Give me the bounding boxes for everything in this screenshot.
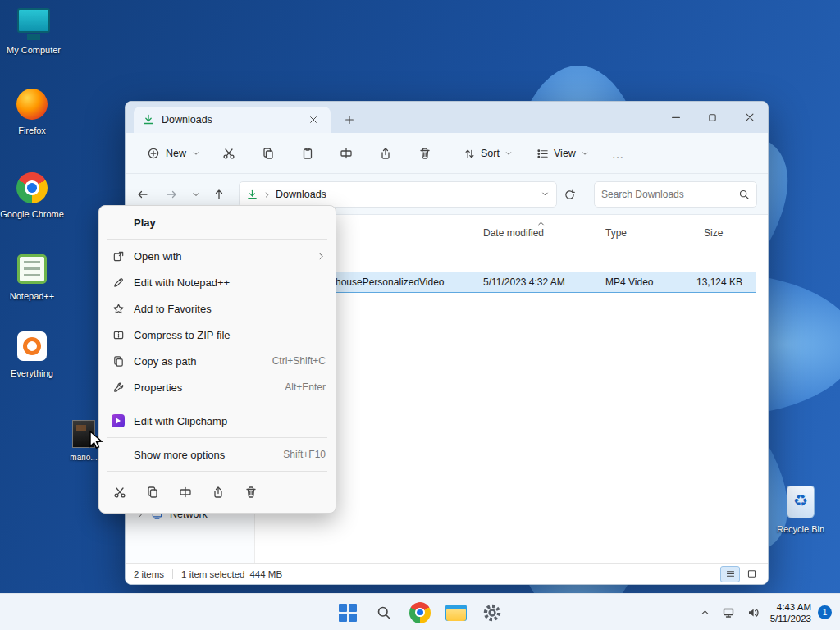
tray-overflow-button[interactable]	[696, 599, 714, 627]
menu-item-add-to-favorites[interactable]: Add to Favorites	[99, 295, 336, 322]
search-input[interactable]	[601, 189, 738, 200]
address-bar[interactable]: Downloads	[239, 181, 557, 208]
cut-button[interactable]	[107, 479, 133, 505]
view-button[interactable]: View	[530, 141, 596, 166]
start-button[interactable]	[331, 597, 364, 628]
sort-icon	[463, 148, 476, 160]
close-window-button[interactable]	[731, 102, 768, 133]
share-button[interactable]	[372, 141, 399, 166]
delete-button[interactable]	[238, 479, 264, 505]
taskbar-search-button[interactable]	[368, 597, 400, 628]
rename-button[interactable]	[172, 479, 199, 505]
chevron-down-icon	[504, 149, 513, 158]
details-view-toggle[interactable]	[720, 566, 740, 582]
delete-button[interactable]	[412, 141, 438, 166]
menu-item-show-more-options[interactable]: Show more options Shift+F10	[99, 441, 336, 468]
cut-button[interactable]	[216, 141, 242, 166]
new-tab-button[interactable]	[340, 111, 358, 129]
maximize-button[interactable]	[694, 102, 731, 133]
minimize-button[interactable]	[657, 102, 694, 133]
desktop-icon-label: My Computer	[2, 45, 66, 56]
share-button[interactable]	[205, 479, 231, 505]
selection-count: 1 item selected	[181, 569, 244, 579]
trash-icon	[244, 486, 258, 499]
refresh-button[interactable]	[558, 183, 581, 206]
desktop-icon-notepadpp[interactable]: Notepad++	[0, 253, 64, 302]
copy-icon	[262, 147, 275, 160]
new-button[interactable]: New	[139, 141, 208, 166]
tab-title: Downloads	[162, 114, 298, 126]
desktop-icon-firefox[interactable]: Firefox	[0, 87, 64, 136]
search-icon	[376, 605, 392, 621]
wrench-icon	[112, 381, 125, 394]
recent-locations-button[interactable]	[185, 183, 208, 206]
desktop-icon-google-chrome[interactable]: Google Chrome	[0, 171, 64, 220]
rename-icon	[340, 147, 353, 160]
column-header-size[interactable]: Size	[704, 227, 723, 239]
menu-separator	[107, 471, 327, 472]
clock-time: 4:43 AM	[770, 601, 811, 613]
desktop-icon-everything[interactable]: Everything	[0, 330, 64, 379]
maximize-icon	[707, 112, 718, 123]
menu-item-copy-as-path[interactable]: Copy as path Ctrl+Shift+C	[99, 348, 336, 374]
paste-button[interactable]	[294, 141, 321, 166]
taskbar-chrome-button[interactable]	[404, 597, 436, 628]
thumbnail-view-toggle[interactable]	[742, 566, 761, 582]
desktop-icon-label: Firefox	[0, 126, 64, 136]
clipchamp-icon	[112, 414, 125, 427]
selection-size: 444 MB	[249, 569, 282, 579]
rename-button[interactable]	[333, 141, 359, 166]
command-toolbar: New Sort	[126, 133, 768, 174]
cut-icon	[113, 486, 126, 499]
address-dropdown-button[interactable]	[541, 189, 550, 201]
search-box[interactable]	[594, 181, 757, 208]
tab-close-button[interactable]	[304, 111, 322, 129]
search-icon	[738, 189, 750, 200]
column-header-date-modified[interactable]: Date modified	[483, 227, 544, 239]
chevron-right-icon	[317, 252, 326, 261]
desktop-icon-recycle-bin[interactable]: ♻ Recycle Bin	[769, 486, 833, 535]
open-with-icon	[112, 250, 125, 262]
notification-badge[interactable]: 1	[818, 605, 832, 619]
volume-tray-button[interactable]	[742, 599, 764, 627]
items-count: 2 items	[126, 569, 172, 579]
desktop-icon-label: Everything	[0, 368, 64, 379]
desktop-icon-my-computer[interactable]: My Computer	[2, 7, 66, 56]
menu-item-edit-with-notepadpp[interactable]: Edit with Notepad++	[99, 269, 336, 295]
file-date-modified: 5/11/2023 4:32 AM	[483, 276, 565, 288]
menu-item-play[interactable]: Play	[99, 209, 336, 235]
menu-separator	[107, 404, 327, 404]
plus-icon	[344, 114, 355, 126]
menu-item-edit-with-clipchamp[interactable]: Edit with Clipchamp	[99, 408, 336, 434]
column-header-type[interactable]: Type	[605, 227, 627, 239]
back-button[interactable]	[131, 183, 154, 206]
menu-item-compress-zip[interactable]: Compress to ZIP file	[99, 322, 336, 348]
share-icon	[379, 147, 392, 160]
chevron-down-icon	[581, 149, 589, 158]
up-button[interactable]	[208, 183, 231, 206]
file-explorer-icon	[445, 605, 467, 621]
desktop: My Computer Firefox Google Chrome Notepa…	[0, 0, 840, 630]
menu-item-open-with[interactable]: Open with	[99, 243, 336, 269]
menu-item-properties[interactable]: Properties Alt+Enter	[99, 374, 336, 400]
forward-button[interactable]	[160, 183, 183, 206]
download-icon	[142, 113, 155, 126]
ellipsis-icon: …	[612, 147, 624, 161]
minimize-icon	[670, 112, 682, 123]
copy-button[interactable]	[255, 141, 281, 166]
taskbar-settings-button[interactable]	[476, 597, 509, 628]
sort-button[interactable]: Sort	[457, 141, 519, 166]
menu-separator	[107, 239, 327, 240]
network-tray-button[interactable]	[718, 599, 739, 627]
tab-downloads[interactable]: Downloads	[134, 107, 331, 133]
notepadpp-icon	[17, 254, 47, 284]
taskbar-clock[interactable]: 4:43 AM 5/11/2023	[767, 601, 815, 624]
taskbar-file-explorer-button[interactable]	[440, 597, 472, 628]
download-icon	[246, 189, 258, 201]
more-options-button[interactable]: …	[605, 141, 631, 166]
cut-icon	[222, 147, 235, 160]
breadcrumb[interactable]: Downloads	[276, 189, 326, 200]
file-size: 13,124 KB	[665, 276, 742, 288]
network-icon	[722, 606, 735, 619]
copy-button[interactable]	[139, 479, 166, 505]
